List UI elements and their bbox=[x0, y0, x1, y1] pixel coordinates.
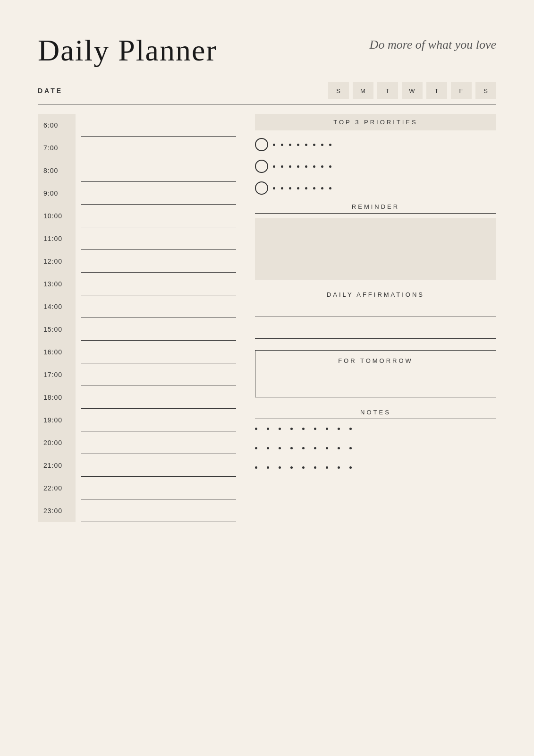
dot bbox=[338, 466, 340, 469]
affirmation-line-2[interactable] bbox=[255, 327, 496, 339]
dot bbox=[305, 165, 307, 168]
dot bbox=[267, 428, 269, 430]
dot bbox=[349, 428, 352, 430]
day-s1[interactable]: S bbox=[328, 82, 349, 99]
time-area-1300[interactable] bbox=[81, 273, 236, 295]
time-block-1000: 10:00 bbox=[38, 205, 236, 227]
time-block-1400: 14:00 bbox=[38, 295, 236, 318]
day-f[interactable]: F bbox=[451, 82, 472, 99]
days-row: S M T W T F S bbox=[328, 82, 496, 99]
time-block-1800: 18:00 bbox=[38, 386, 236, 409]
dot bbox=[279, 428, 281, 430]
for-tomorrow-box[interactable]: FOR TOMORROW bbox=[255, 350, 496, 397]
time-block-900: 9:00 bbox=[38, 182, 236, 205]
time-label-1400: 14:00 bbox=[38, 295, 76, 318]
dot bbox=[273, 144, 275, 146]
dot bbox=[290, 447, 293, 449]
reminder-label: REMINDER bbox=[255, 203, 496, 210]
dot bbox=[313, 144, 315, 146]
dot bbox=[321, 165, 323, 168]
time-block-1900: 19:00 bbox=[38, 409, 236, 431]
dot bbox=[255, 447, 257, 449]
dot bbox=[255, 428, 257, 430]
reminder-box[interactable] bbox=[255, 218, 496, 280]
dot bbox=[326, 447, 328, 449]
time-area-2300[interactable] bbox=[81, 499, 236, 522]
dot bbox=[314, 447, 316, 449]
time-block-600: 6:00 bbox=[38, 114, 236, 137]
page-title: Daily Planner bbox=[38, 33, 217, 68]
priority-circle-2[interactable] bbox=[255, 160, 268, 173]
time-label-700: 7:00 bbox=[38, 137, 76, 159]
time-block-1100: 11:00 bbox=[38, 227, 236, 250]
priority-dots-1 bbox=[273, 144, 496, 146]
day-m[interactable]: M bbox=[353, 82, 373, 99]
time-label-1200: 12:00 bbox=[38, 250, 76, 273]
affirmations-label: DAILY AFFIRMATIONS bbox=[255, 291, 496, 298]
priority-item-1 bbox=[255, 138, 496, 151]
schedule-column: 6:00 7:00 8:00 9:00 10:00 11:00 bbox=[38, 114, 236, 522]
notes-label: NOTES bbox=[255, 409, 496, 416]
day-t1[interactable]: T bbox=[377, 82, 398, 99]
dot bbox=[302, 428, 305, 430]
time-block-700: 7:00 bbox=[38, 137, 236, 159]
day-w[interactable]: W bbox=[402, 82, 423, 99]
time-area-1700[interactable] bbox=[81, 363, 236, 386]
main-content: 6:00 7:00 8:00 9:00 10:00 11:00 bbox=[38, 114, 496, 522]
time-area-1500[interactable] bbox=[81, 318, 236, 341]
time-area-1900[interactable] bbox=[81, 409, 236, 431]
time-block-1500: 15:00 bbox=[38, 318, 236, 341]
priority-circle-3[interactable] bbox=[255, 181, 268, 195]
time-label-1700: 17:00 bbox=[38, 363, 76, 386]
dot bbox=[314, 466, 316, 469]
time-area-1800[interactable] bbox=[81, 386, 236, 409]
time-area-1400[interactable] bbox=[81, 295, 236, 318]
planner-page: Daily Planner Do more of what you love D… bbox=[0, 0, 534, 756]
dot bbox=[289, 187, 291, 189]
title-area: Daily Planner bbox=[38, 33, 217, 68]
time-area-700[interactable] bbox=[81, 137, 236, 159]
dot bbox=[329, 144, 331, 146]
time-area-900[interactable] bbox=[81, 182, 236, 205]
time-area-1200[interactable] bbox=[81, 250, 236, 273]
affirmation-line-1[interactable] bbox=[255, 306, 496, 317]
time-area-800[interactable] bbox=[81, 159, 236, 182]
time-block-2200: 22:00 bbox=[38, 477, 236, 499]
notes-dots-row-2 bbox=[255, 443, 496, 453]
time-area-1000[interactable] bbox=[81, 205, 236, 227]
dot bbox=[279, 447, 281, 449]
dot bbox=[329, 187, 331, 189]
day-s2[interactable]: S bbox=[475, 82, 496, 99]
affirmations-section: DAILY AFFIRMATIONS bbox=[255, 291, 496, 339]
dot bbox=[305, 144, 307, 146]
time-block-1600: 16:00 bbox=[38, 341, 236, 363]
dot bbox=[302, 466, 305, 469]
dot bbox=[289, 144, 291, 146]
time-area-1600[interactable] bbox=[81, 341, 236, 363]
time-block-2000: 20:00 bbox=[38, 431, 236, 454]
time-block-1300: 13:00 bbox=[38, 273, 236, 295]
time-label-2300: 23:00 bbox=[38, 499, 76, 522]
time-area-2000[interactable] bbox=[81, 431, 236, 454]
dot bbox=[338, 428, 340, 430]
priority-item-3 bbox=[255, 181, 496, 195]
dot bbox=[289, 165, 291, 168]
priority-item-2 bbox=[255, 160, 496, 173]
priority-circle-1[interactable] bbox=[255, 138, 268, 151]
time-block-2100: 21:00 bbox=[38, 454, 236, 477]
time-area-600[interactable] bbox=[81, 114, 236, 137]
dot bbox=[329, 165, 331, 168]
time-block-1200: 12:00 bbox=[38, 250, 236, 273]
time-area-1100[interactable] bbox=[81, 227, 236, 250]
dot bbox=[297, 144, 299, 146]
time-label-1300: 13:00 bbox=[38, 273, 76, 295]
time-label-2200: 22:00 bbox=[38, 477, 76, 499]
day-t2[interactable]: T bbox=[426, 82, 447, 99]
notes-section: NOTES bbox=[255, 409, 496, 472]
dot bbox=[314, 428, 316, 430]
time-area-2200[interactable] bbox=[81, 477, 236, 499]
time-label-900: 9:00 bbox=[38, 182, 76, 205]
notes-divider bbox=[255, 419, 496, 419]
time-area-2100[interactable] bbox=[81, 454, 236, 477]
dot bbox=[267, 466, 269, 469]
